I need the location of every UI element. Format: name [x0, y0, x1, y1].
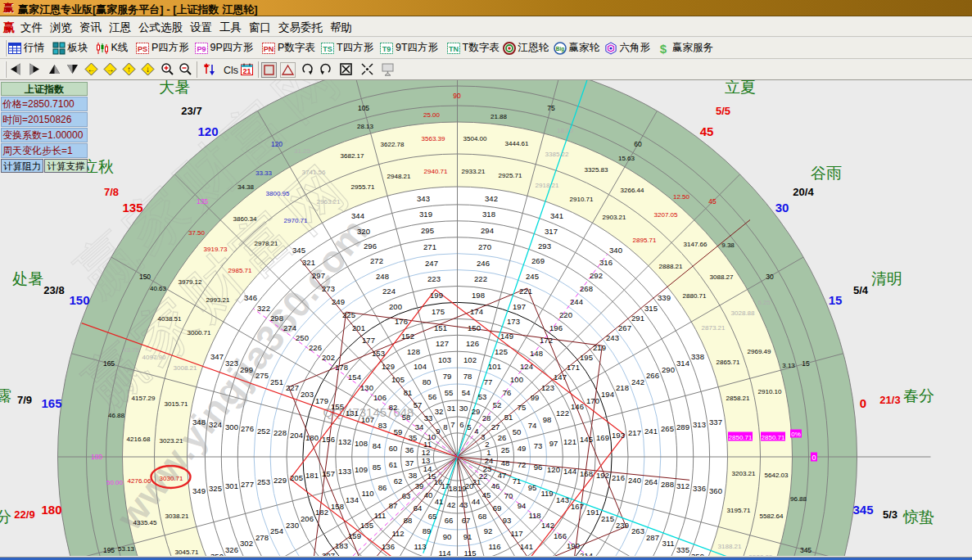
svg-text:7/9: 7/9 — [17, 394, 32, 406]
svg-text:PS: PS — [138, 44, 147, 52]
svg-text:214: 214 — [580, 551, 593, 556]
svg-text:216: 216 — [612, 473, 625, 482]
svg-text:23/7: 23/7 — [181, 105, 201, 117]
svg-text:30: 30 — [459, 404, 468, 413]
svg-text:150: 150 — [139, 273, 151, 281]
svg-text:0: 0 — [812, 454, 816, 462]
svg-text:337: 337 — [709, 418, 722, 427]
svg-text:56: 56 — [428, 392, 437, 401]
svg-text:2970.71: 2970.71 — [284, 217, 308, 224]
svg-text:22/9: 22/9 — [14, 508, 34, 521]
svg-text:347: 347 — [210, 352, 224, 361]
svg-text:T9: T9 — [382, 44, 391, 52]
svg-text:111: 111 — [374, 511, 386, 520]
svg-text:221: 221 — [519, 287, 532, 296]
svg-text:46: 46 — [491, 481, 500, 490]
svg-text:$: $ — [660, 42, 667, 55]
svg-text:343: 343 — [417, 194, 430, 203]
svg-text:59: 59 — [394, 427, 403, 436]
svg-text:61: 61 — [389, 460, 398, 469]
svg-text:52: 52 — [493, 400, 502, 409]
svg-text:↓: ↓ — [146, 65, 150, 74]
svg-text:272: 272 — [370, 256, 383, 265]
svg-text:53.13: 53.13 — [118, 545, 135, 553]
svg-text:165: 165 — [103, 359, 115, 368]
svg-text:73: 73 — [534, 441, 543, 450]
svg-text:128: 128 — [407, 347, 420, 356]
svg-text:32: 32 — [435, 407, 444, 416]
svg-text:269: 269 — [531, 256, 545, 265]
svg-text:180: 180 — [41, 503, 61, 517]
svg-text:28.13: 28.13 — [357, 123, 374, 130]
svg-text:39: 39 — [415, 481, 424, 490]
svg-text:44: 44 — [472, 497, 481, 506]
svg-text:135: 135 — [122, 201, 142, 215]
svg-text:152: 152 — [401, 332, 414, 341]
svg-text:2: 2 — [485, 440, 489, 449]
svg-text:105: 105 — [358, 104, 369, 112]
svg-text:3038.21: 3038.21 — [165, 513, 189, 520]
svg-text:5523.25: 5523.25 — [749, 553, 773, 556]
svg-text:176: 176 — [395, 317, 408, 326]
svg-text:321: 321 — [302, 258, 315, 267]
svg-text:0: 0 — [860, 396, 866, 410]
svg-text:3325.83: 3325.83 — [585, 166, 608, 174]
svg-text:29: 29 — [472, 407, 481, 416]
svg-text:298: 298 — [270, 314, 283, 323]
svg-text:2955.71: 2955.71 — [351, 183, 375, 191]
svg-text:228: 228 — [274, 428, 287, 437]
svg-text:30: 30 — [766, 273, 774, 281]
svg-text:219: 219 — [593, 343, 606, 352]
svg-text:76: 76 — [503, 388, 512, 397]
svg-text:2910.71: 2910.71 — [570, 196, 594, 203]
svg-text:344: 344 — [351, 211, 364, 220]
svg-text:119: 119 — [540, 489, 553, 498]
svg-text:9: 9 — [436, 427, 440, 436]
svg-text:287: 287 — [646, 533, 659, 542]
svg-text:23/8: 23/8 — [43, 284, 64, 296]
svg-text:300: 300 — [225, 422, 238, 431]
svg-text:18: 18 — [449, 484, 458, 493]
svg-text:2865.71: 2865.71 — [717, 359, 740, 366]
svg-text:249: 249 — [332, 297, 345, 306]
svg-text:3045.71: 3045.71 — [175, 549, 199, 556]
svg-text:92: 92 — [484, 526, 493, 535]
svg-text:247: 247 — [425, 259, 438, 268]
svg-text:149: 149 — [500, 332, 513, 341]
svg-text:198: 198 — [472, 291, 485, 300]
svg-text:243: 243 — [606, 333, 619, 342]
svg-text:270: 270 — [478, 242, 491, 251]
svg-text:297: 297 — [312, 271, 325, 280]
svg-text:3979.12: 3979.12 — [179, 278, 202, 286]
svg-text:6.25: 6.25 — [757, 299, 771, 306]
svg-text:196: 196 — [549, 323, 563, 332]
svg-text:93: 93 — [503, 516, 512, 525]
svg-text:48: 48 — [501, 458, 510, 467]
svg-text:3023.21: 3023.21 — [160, 437, 183, 445]
svg-text:244: 244 — [570, 297, 583, 306]
svg-text:2873.21: 2873.21 — [702, 324, 726, 332]
svg-text:58: 58 — [402, 413, 411, 422]
svg-text:197: 197 — [513, 302, 526, 311]
svg-text:292: 292 — [590, 271, 603, 280]
svg-text:202: 202 — [322, 353, 335, 362]
svg-text:109: 109 — [355, 465, 368, 474]
svg-text:2918.21: 2918.21 — [536, 182, 559, 189]
svg-text:203: 203 — [301, 390, 314, 399]
svg-text:318: 318 — [482, 210, 495, 219]
svg-text:135: 135 — [360, 521, 373, 530]
svg-text:2910.10: 2910.10 — [758, 388, 782, 395]
svg-text:81: 81 — [404, 388, 413, 397]
svg-text:7: 7 — [450, 420, 454, 429]
svg-text:3266.44: 3266.44 — [621, 187, 644, 194]
svg-text:160: 160 — [372, 555, 385, 556]
svg-text:359: 359 — [691, 552, 704, 556]
svg-text:谷雨: 谷雨 — [811, 165, 842, 182]
svg-text:12.50: 12.50 — [673, 193, 690, 201]
svg-text:15.63: 15.63 — [618, 155, 635, 162]
svg-text:313: 313 — [693, 420, 706, 429]
svg-text:43: 43 — [459, 500, 468, 509]
svg-text:86: 86 — [378, 483, 387, 492]
svg-text:123: 123 — [541, 383, 554, 392]
svg-text:4038.51: 4038.51 — [158, 315, 182, 323]
